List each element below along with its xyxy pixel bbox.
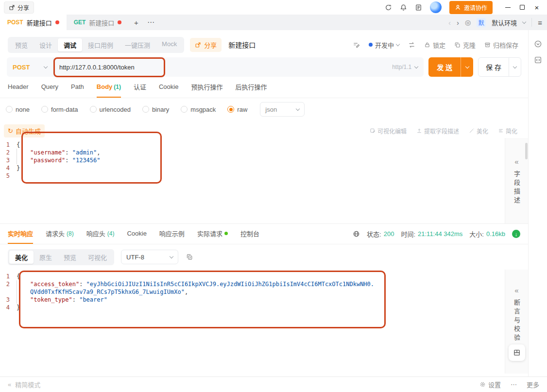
collapse-panel-icon[interactable]: « bbox=[514, 286, 518, 294]
transfer-icon[interactable] bbox=[408, 41, 415, 49]
window-maximize-button[interactable] bbox=[515, 1, 530, 14]
env-target-icon[interactable]: ◎ bbox=[465, 18, 471, 26]
save-button[interactable]: 保 存 bbox=[478, 57, 521, 77]
copy-response-button[interactable] bbox=[186, 254, 193, 260]
mode-mock[interactable]: Mock bbox=[156, 38, 183, 51]
mode-usecase[interactable]: 接口用例 bbox=[82, 38, 119, 51]
user-avatar[interactable] bbox=[430, 1, 442, 13]
mode-stress-test[interactable]: 一键压测 bbox=[119, 38, 156, 51]
tab-more-button[interactable]: ⋯ bbox=[143, 15, 158, 30]
download-response-button[interactable]: ↓ bbox=[512, 230, 520, 238]
url-input[interactable]: http://127.0.0.1:8000/token http/1.1 bbox=[53, 57, 424, 77]
view-raw[interactable]: 原生 bbox=[34, 251, 58, 264]
assertion-panel-label[interactable]: 断言与校验 bbox=[512, 299, 521, 343]
request-body-code[interactable]: 1{2"username": "admin",3"password": "123… bbox=[0, 138, 505, 223]
tab-response-headers[interactable]: 响应头 (4) bbox=[86, 224, 115, 244]
notification-bell-icon[interactable] bbox=[400, 4, 407, 11]
env-menu-icon[interactable]: ≡ bbox=[538, 18, 542, 27]
lock-button[interactable]: 锁定 bbox=[424, 40, 445, 50]
compact-mode-button[interactable]: « 精简模式 bbox=[8, 380, 40, 389]
changelog-icon[interactable] bbox=[415, 4, 422, 11]
mode-toolbar: 预览 设计 调试 接口用例 一键压测 Mock 分享 新建接口 bbox=[0, 36, 528, 53]
more-button[interactable]: 更多 bbox=[527, 380, 539, 389]
tab-label: Path bbox=[71, 83, 84, 90]
code-line: 2"username": "admin", bbox=[0, 149, 505, 156]
tab-path[interactable]: Path bbox=[71, 77, 84, 98]
view-visualize[interactable]: 可视化 bbox=[82, 251, 113, 264]
tab-cookie[interactable]: Cookie bbox=[159, 77, 178, 98]
send-dropdown[interactable] bbox=[461, 57, 473, 77]
tab-request-headers[interactable]: 请求头 (8) bbox=[46, 224, 74, 244]
raw-format-select[interactable]: json bbox=[260, 102, 305, 117]
body-type-form-data[interactable]: form-data bbox=[41, 106, 78, 113]
body-type-urlencoded[interactable]: urlencoded bbox=[90, 106, 131, 113]
validate-circle-icon[interactable] bbox=[534, 40, 542, 48]
mode-debug[interactable]: 调试 bbox=[58, 38, 82, 51]
chevron-down-icon bbox=[296, 106, 300, 110]
edit-doc-icon[interactable] bbox=[353, 41, 360, 49]
doc-tab-get[interactable]: GET 新建接口 bbox=[67, 15, 129, 30]
body-type-none[interactable]: none bbox=[6, 106, 30, 113]
tab-pre-operations[interactable]: 预执行操作 bbox=[191, 77, 222, 98]
tab-auth[interactable]: 认证 bbox=[134, 77, 146, 98]
clone-button[interactable]: 克隆 bbox=[454, 40, 476, 50]
nav-back-icon[interactable]: ‹ bbox=[448, 18, 451, 27]
send-button[interactable]: 发 送 bbox=[428, 57, 473, 77]
window-minimize-button[interactable] bbox=[500, 1, 515, 14]
new-tab-button[interactable]: + bbox=[129, 15, 143, 30]
field-description-label[interactable]: 字段描述 bbox=[512, 170, 521, 205]
tab-header[interactable]: Header bbox=[8, 77, 29, 98]
mode-preview[interactable]: 预览 bbox=[9, 38, 34, 51]
globe-icon[interactable] bbox=[353, 230, 360, 238]
save-dropdown[interactable] bbox=[509, 58, 521, 76]
tab-query[interactable]: Query bbox=[41, 77, 58, 98]
response-body-code[interactable]: 1{2"access_token": "eyJhbGciOiJIUzI1NiIs… bbox=[0, 270, 505, 374]
method-select[interactable]: POST bbox=[7, 57, 53, 77]
radio-label: none bbox=[16, 106, 30, 113]
tab-actual-request[interactable]: 实际请求 bbox=[197, 224, 228, 244]
layout-toggle-button[interactable] bbox=[509, 344, 525, 361]
settings-button[interactable]: 设置 bbox=[479, 380, 501, 389]
visual-edit-button[interactable]: 可视化编辑 bbox=[370, 127, 407, 135]
view-beautify[interactable]: 美化 bbox=[9, 251, 34, 264]
mode-design[interactable]: 设计 bbox=[34, 38, 58, 51]
tab-post-operations[interactable]: 后执行操作 bbox=[235, 77, 267, 98]
doc-tab-post[interactable]: POST 新建接口 bbox=[0, 15, 67, 30]
bottom-ellipsis-button[interactable]: ⋯ bbox=[511, 381, 517, 388]
nav-forward-icon[interactable]: › bbox=[457, 18, 459, 27]
extract-field-desc-button[interactable]: 提取字段描述 bbox=[416, 127, 459, 135]
collapse-panel-icon[interactable]: « bbox=[514, 157, 518, 166]
tab-response-example[interactable]: 响应示例 bbox=[159, 224, 185, 244]
editor-scrollbar[interactable] bbox=[525, 143, 528, 159]
env-name[interactable]: 默认环境 bbox=[492, 18, 517, 27]
chevron-down-icon bbox=[465, 64, 469, 68]
save-label: 保 存 bbox=[479, 58, 509, 76]
code-panel-icon[interactable] bbox=[534, 56, 542, 64]
tab-body[interactable]: Body (1) bbox=[97, 77, 121, 98]
encoding-select[interactable]: UTF-8 bbox=[121, 250, 178, 264]
chevron-down-icon bbox=[414, 64, 418, 68]
archive-button[interactable]: 归档保存 bbox=[484, 40, 518, 50]
invite-collaborate-button[interactable]: 邀请协作 bbox=[449, 1, 493, 14]
body-type-binary[interactable]: binary bbox=[142, 106, 169, 113]
tab-cookie[interactable]: Cookie bbox=[127, 224, 146, 244]
dev-status-select[interactable]: 开发中 bbox=[369, 40, 399, 50]
list-icon bbox=[498, 128, 504, 134]
simplify-button[interactable]: 简化 bbox=[498, 127, 517, 135]
collapse-left-icon: « bbox=[8, 381, 11, 388]
toolbar-share-button[interactable]: 分享 bbox=[190, 38, 222, 52]
http-version-select[interactable]: http/1.1 bbox=[392, 64, 418, 70]
beautify-button[interactable]: 美化 bbox=[469, 127, 488, 135]
tab-console[interactable]: 控制台 bbox=[240, 224, 259, 244]
tab-live-response[interactable]: 实时响应 bbox=[8, 224, 33, 244]
api-title: 新建接口 bbox=[228, 40, 256, 50]
tab-label: 实时响应 bbox=[8, 229, 33, 238]
auto-generate-button[interactable]: ↻ 自动生成 bbox=[4, 124, 45, 137]
body-type-raw[interactable]: raw bbox=[227, 106, 247, 113]
body-type-msgpack[interactable]: msgpack bbox=[181, 106, 216, 113]
window-close-button[interactable]: × bbox=[530, 1, 544, 14]
sync-icon[interactable] bbox=[385, 4, 392, 11]
method-post-label: POST bbox=[7, 19, 23, 26]
share-button[interactable]: 分享 bbox=[4, 1, 34, 14]
view-preview[interactable]: 预览 bbox=[58, 251, 82, 264]
